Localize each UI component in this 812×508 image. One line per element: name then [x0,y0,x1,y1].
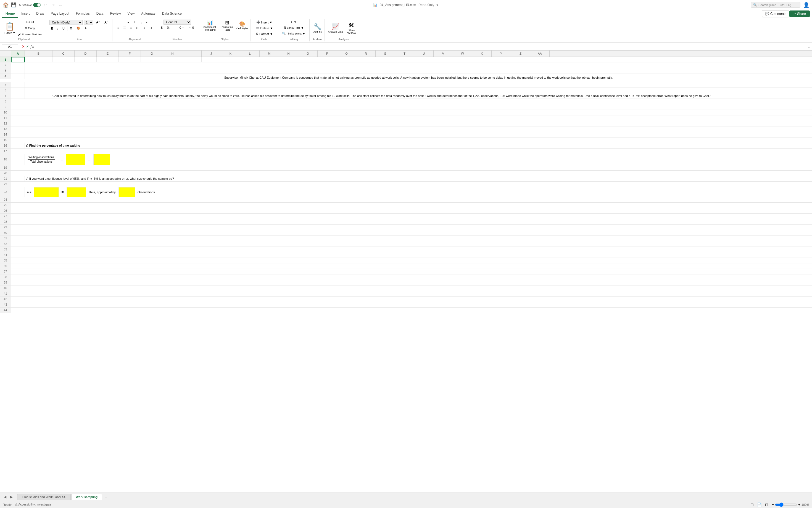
col-header-e[interactable]: E [97,50,119,56]
expand-formula-bar-icon[interactable]: ⌄ [808,45,810,49]
n-result-cell[interactable] [67,187,86,197]
currency-button[interactable]: $ [159,25,164,30]
cell-e1[interactable] [97,57,119,62]
tab-review[interactable]: Review [107,10,124,18]
cell-rest-5[interactable] [25,82,812,88]
zoom-slider[interactable] [775,503,797,507]
tab-home[interactable]: Home [2,10,18,18]
col-header-y[interactable]: Y [492,50,511,56]
number-format-select[interactable]: General [163,19,191,25]
autosave-toggle[interactable]: AutoSave [19,3,41,7]
cell-rest-35[interactable] [11,258,812,263]
paste-dropdown[interactable]: ▼ [13,32,15,34]
col-header-v[interactable]: V [434,50,453,56]
cell-d1[interactable] [75,57,97,62]
col-header-r[interactable]: R [356,50,376,56]
cell-a16[interactable] [11,143,25,149]
cell-a6[interactable] [11,88,25,93]
cell-rest-6[interactable] [25,88,812,93]
col-header-f[interactable]: F [119,50,141,56]
tab-view[interactable]: View [124,10,138,18]
col-header-s[interactable]: S [376,50,395,56]
conditional-formatting-button[interactable]: 📊 Conditional Formatting [201,19,218,31]
col-header-d[interactable]: D [75,50,97,56]
confirm-formula-icon[interactable]: ✓ [26,44,29,49]
formula-input[interactable] [36,44,806,49]
col-header-q[interactable]: Q [337,50,356,56]
tab-draw[interactable]: Draw [33,10,47,18]
col-header-t[interactable]: T [395,50,414,56]
cell-rest-40[interactable] [11,286,812,291]
more-options[interactable]: ··· [58,2,63,7]
account-icon[interactable]: 👤 [803,2,809,8]
increase-indent-button[interactable]: ⇥ [141,26,147,31]
zoom-out-button[interactable]: − [772,503,774,507]
cell-rest-22[interactable] [11,182,812,187]
page-break-view-button[interactable]: ⊟ [765,503,768,507]
increase-font-button[interactable]: A⁺ [94,19,102,25]
final-answer-cell[interactable] [119,187,135,197]
cell-rest-44[interactable] [11,307,812,313]
tab-page-layout[interactable]: Page Layout [47,10,72,18]
col-header-k[interactable]: K [221,50,240,56]
cell-rest-25[interactable] [11,203,812,208]
cell-rest-14[interactable] [11,132,812,137]
align-left-button[interactable]: ≡ [116,26,121,31]
fill-color-button[interactable]: 🎨 [75,26,82,31]
save-icon[interactable]: 💾 [11,2,16,7]
tab-automate[interactable]: Automate [138,10,159,18]
cut-button[interactable]: ✂ Cut [16,19,44,25]
cell-rest-20[interactable] [11,171,812,176]
orientation-button[interactable]: ↕ [139,19,144,25]
col-header-j[interactable]: J [202,50,221,56]
cell-rest-26[interactable] [11,208,812,214]
border-button[interactable]: ⊞ [68,26,74,31]
cell-a5[interactable] [11,82,25,88]
font-color-button[interactable]: A̲ [83,26,88,31]
cell-a7[interactable] [11,93,25,99]
cell-rest-3[interactable] [25,68,812,74]
italic-button[interactable]: I [56,26,60,31]
cell-rest-32[interactable] [11,241,812,247]
bold-button[interactable]: B [49,26,55,31]
col-header-x[interactable]: X [472,50,492,56]
col-header-h[interactable]: H [163,50,182,56]
paste-button[interactable]: 📋 [5,22,15,31]
cell-g1[interactable] [141,57,163,62]
cell-rest-8[interactable] [11,99,812,104]
col-header-u[interactable]: U [414,50,434,56]
cell-a18[interactable] [11,154,25,165]
zoom-in-button[interactable]: + [798,503,800,507]
cell-rest-24[interactable] [11,197,812,203]
cell-rest-23[interactable] [158,187,812,197]
share-button[interactable]: ↗ Share [789,10,810,17]
font-size-select[interactable]: 11 [84,20,93,25]
decrease-decimal-button[interactable]: ←.0 [187,25,196,30]
cell-rest-10[interactable] [11,110,812,115]
cell-styles-button[interactable]: 🎨 Cell Styles [236,21,248,30]
cell-a2[interactable] [11,62,25,68]
cell-a1[interactable] [11,57,25,62]
cell-question-b[interactable]: b) If you want a confidence level of 95%… [25,176,812,182]
cell-h1[interactable] [163,57,182,62]
home-icon[interactable]: 🏠 [3,2,9,8]
show-toolpak-button[interactable]: 🛠 Show ToolPak [344,22,359,35]
underline-button[interactable]: U [61,26,66,31]
cell-rest-38[interactable] [11,274,812,280]
cell-rest-7[interactable]: Choi is interested in determining how mu… [25,93,812,99]
copy-button[interactable]: ⧉ Copy [16,26,44,31]
answer-cell-1[interactable] [66,154,85,165]
search-bar[interactable]: 🔍 Search (Cmd + Ctrl + U) [751,2,800,8]
format-as-table-button[interactable]: ⊞ Format as Table [219,19,235,31]
cell-rest-9[interactable] [11,104,812,110]
cell-c1[interactable] [52,57,75,62]
insert-cells-button[interactable]: ➕ Insert ▼ [255,19,274,25]
align-top-button[interactable]: ⊤ [119,19,125,25]
cell-rest-13[interactable] [11,126,812,132]
cancel-formula-icon[interactable]: ✕ [22,44,25,49]
add-sheet-button[interactable]: + [103,494,109,500]
tab-data[interactable]: Data [93,10,107,18]
font-name-select[interactable]: Calibri (Body) [49,20,83,25]
tab-insert[interactable]: Insert [18,10,33,18]
col-header-aa[interactable]: AA [530,50,550,56]
